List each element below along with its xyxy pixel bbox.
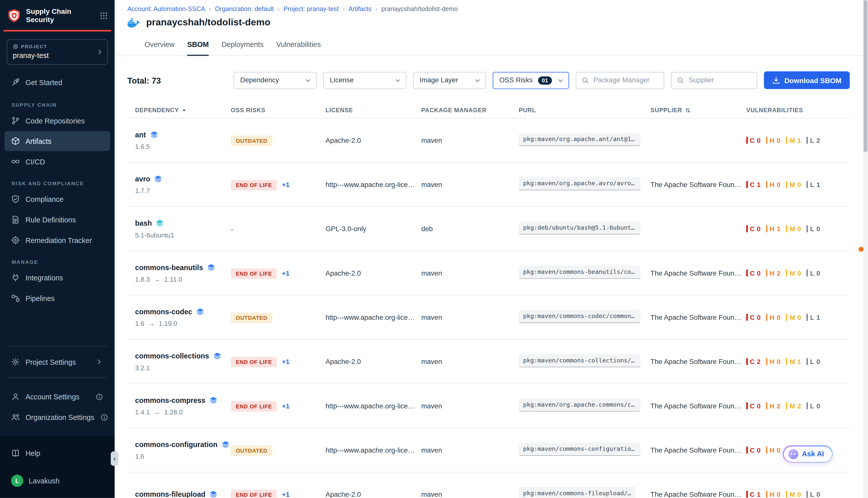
dependency-name-text: ant — [135, 130, 146, 139]
vuln-l-count: L0 — [806, 402, 820, 410]
filter-dropdown-license[interactable]: License — [323, 71, 406, 89]
oss-risk-more-link[interactable]: +1 — [282, 402, 289, 410]
table-row-commons-codec[interactable]: commons-codec1.6→1.19.0OUTDATEDhttp---ww… — [127, 295, 850, 339]
filter-dropdown-dependency[interactable]: Dependency — [234, 71, 317, 89]
purl-value[interactable]: pkg:maven/org.apache.ant/ant@1.6… — [519, 132, 640, 146]
supplier-cell: The Apache Software Foun… — [650, 490, 746, 498]
sidebar-item-get-started[interactable]: Get Started — [4, 73, 110, 92]
sidebar-item-organization-settings[interactable]: Organization Settings — [4, 407, 110, 427]
purl-value[interactable]: pkg:maven/commons-fileupload/… — [519, 487, 635, 498]
project-selector[interactable]: PROJECT pranay-test — [7, 39, 108, 65]
table-row-ant[interactable]: ant1.6.5OUTDATEDApache-2.0mavenpkg:maven… — [127, 118, 850, 162]
severity-bar — [766, 402, 767, 409]
sidebar-section-label-risk-and-compliance: RISK AND COMPLIANCE — [12, 181, 115, 186]
scrollbar-thumb[interactable] — [864, 0, 867, 152]
sidebar-item-remediation-tracker[interactable]: Remediation Tracker — [4, 230, 110, 250]
tab-vulnerabilities[interactable]: Vulnerabilities — [276, 35, 321, 55]
purl-value[interactable]: pkg:maven/org.apache.avro/avro@1… — [519, 177, 640, 190]
vulnerabilities-cell: C0H1M0L0 — [746, 225, 850, 233]
artifacts-icon — [11, 137, 20, 146]
table-row-commons-beanutils[interactable]: commons-beanutils1.8.3→1.11.0END OF LIFE… — [127, 250, 850, 295]
oss-risk-more-link[interactable]: +1 — [282, 358, 289, 366]
sidebar-item-code-repositories[interactable]: Code Repositories — [4, 111, 110, 131]
filter-dropdown-label: OSS Risks — [499, 76, 533, 84]
oss-risk-more-link[interactable]: +1 — [282, 181, 289, 188]
gear-icon — [11, 357, 20, 366]
sort-desc-icon — [182, 108, 186, 113]
severity-bar — [746, 225, 748, 233]
tab-sbom[interactable]: SBOM — [187, 35, 209, 55]
search-icon — [582, 77, 589, 84]
purl-value[interactable]: pkg:maven/commons-collections/co… — [519, 354, 640, 367]
sidebar-collapse-handle[interactable]: ‹ — [111, 451, 118, 466]
purl-value[interactable]: pkg:maven/commons-beanutils/comm… — [519, 265, 640, 279]
sidebar-item-label: Get Started — [25, 78, 62, 87]
sidebar-item-account-settings[interactable]: Account Settings — [4, 387, 110, 407]
column-header-dependency[interactable]: DEPENDENCY — [135, 107, 231, 113]
breadcrumb-item-organization-default[interactable]: Organization: default — [215, 5, 274, 12]
apps-grid-icon[interactable] — [100, 11, 108, 19]
purl-value[interactable]: pkg:maven/commons-codec/commons-… — [519, 310, 640, 323]
table-row-avro[interactable]: avro1.7.7END OF LIFE+1http---www.apache.… — [127, 162, 850, 206]
table-row-commons-configuration[interactable]: commons-configuration1.6OUTDATEDhttp---w… — [127, 428, 850, 472]
sidebar-item-project-settings[interactable]: Project Settings — [4, 352, 110, 372]
sidebar-item-compliance[interactable]: Compliance — [4, 189, 110, 209]
download-sbom-button[interactable]: Download SBOM — [764, 71, 850, 89]
sidebar-item-integrations[interactable]: Integrations — [4, 268, 110, 288]
current-version: 1.6 — [135, 319, 144, 327]
sidebar-item-help[interactable]: Help — [4, 443, 110, 463]
column-header-purl: PURL — [519, 107, 650, 113]
dependency-name-text: commons-codec — [135, 307, 192, 315]
sidebar-item-pipelines[interactable]: Pipelines — [4, 288, 110, 308]
table-row-commons-collections[interactable]: commons-collections3.2.1END OF LIFE+1Apa… — [127, 339, 850, 383]
purl-value[interactable]: pkg:maven/commons-configuration/… — [519, 442, 640, 456]
ask-ai-button[interactable]: Ask AI — [783, 445, 832, 462]
layers-icon — [156, 219, 164, 227]
sidebar-item-artifacts[interactable]: Artifacts — [4, 131, 110, 151]
divider — [7, 377, 107, 378]
oss-risk-more-link[interactable]: +1 — [282, 490, 289, 498]
tab-overview[interactable]: Overview — [144, 35, 174, 55]
docker-whale-icon — [127, 18, 141, 28]
sidebar-item-rule-definitions[interactable]: Rule Definitions — [4, 210, 110, 230]
filter-dropdown-image-layer[interactable]: Image Layer — [413, 71, 486, 89]
vulnerabilities-cell: C2H0M1L0 — [746, 358, 850, 366]
user-menu[interactable]: L Lavakush — [4, 471, 110, 491]
suggested-version: 1.19.0 — [159, 319, 177, 327]
severity-bar — [746, 181, 748, 188]
severity-number: 0 — [816, 402, 820, 410]
vuln-c-count: C0 — [746, 402, 761, 410]
oss-risk-cell: END OF LIFE+1 — [231, 356, 325, 367]
purl-value[interactable]: pkg:maven/org.apache.commons/com… — [519, 398, 640, 411]
purl-value[interactable]: pkg:deb/ubuntu/bash@5.1-6ubuntu1 — [519, 221, 640, 234]
license-cell: Apache-2.0 — [325, 269, 421, 277]
tab-deployments[interactable]: Deployments — [221, 35, 263, 55]
table-row-commons-fileupload[interactable]: commons-fileuploadEND OF LIFE+1Apache-2.… — [127, 472, 850, 498]
supplier-cell: The Apache Software Foun… — [650, 314, 746, 321]
upgrade-arrow-icon: → — [154, 408, 160, 416]
info-icon[interactable] — [95, 392, 103, 401]
dependency-name-text: avro — [135, 174, 151, 183]
filter-dropdown-oss-risks[interactable]: OSS Risks01 — [493, 71, 569, 89]
breadcrumb-item-artifacts[interactable]: Artifacts — [348, 5, 372, 12]
breadcrumb-item-account-automation-ssca[interactable]: Account: Automation-SSCA — [127, 5, 205, 12]
notification-dot[interactable] — [857, 246, 865, 253]
remediation-icon — [11, 236, 20, 245]
ask-ai-label: Ask AI — [802, 450, 824, 458]
suggested-version: 1.11.0 — [164, 275, 182, 283]
search-input-package-manager[interactable] — [594, 76, 658, 84]
info-icon[interactable] — [100, 412, 108, 421]
oss-risk-more-link[interactable]: +1 — [282, 269, 289, 277]
dependency-name: avro — [135, 174, 231, 183]
table-row-bash[interactable]: bash5.1-6ubuntu1-GPL-3.0-onlydebpkg:deb/… — [127, 206, 850, 250]
column-header-package-manager: PACKAGE MANAGER — [421, 107, 519, 113]
column-header-supplier[interactable]: SUPPLIER — [650, 107, 746, 113]
breadcrumb-item-project-pranay-test[interactable]: Project: pranay-test — [284, 5, 339, 12]
table-row-commons-compress[interactable]: commons-compress1.4.1→1.28.0END OF LIFE+… — [127, 383, 850, 428]
severity-number: 0 — [816, 490, 820, 498]
dependency-name: commons-configuration — [135, 440, 231, 448]
dependency-name-text: commons-configuration — [135, 440, 218, 448]
search-input-supplier[interactable] — [689, 76, 751, 84]
sidebar-item-ci-cd[interactable]: CI/CD — [4, 152, 110, 171]
vuln-h-count: H0 — [766, 446, 780, 454]
